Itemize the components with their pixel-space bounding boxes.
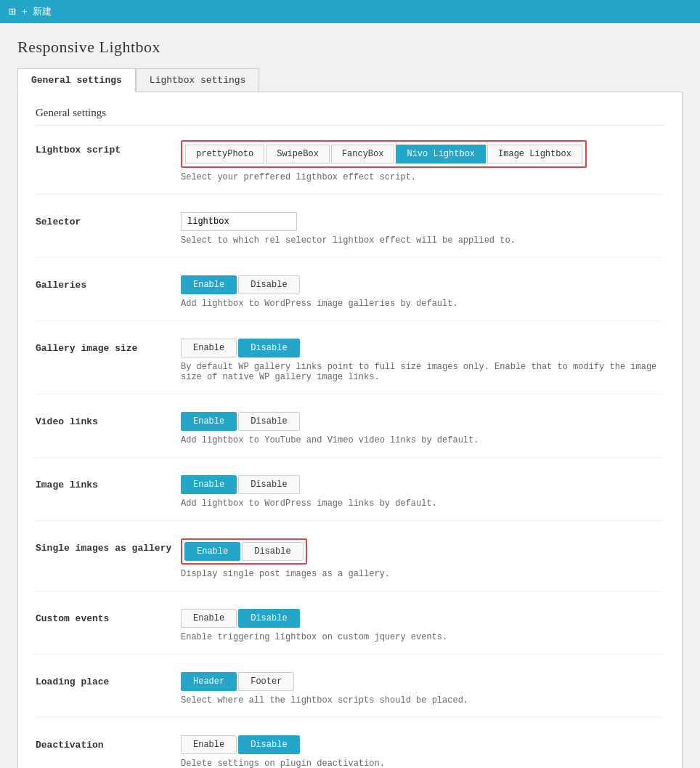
script-btn-prettyphoto[interactable]: prettyPhoto (185, 145, 264, 163)
loading-place-label: Loading place (36, 672, 181, 687)
image-links-description: Add lightbox to WordPress image links by… (181, 498, 664, 509)
video-links-row: Video links Enable Disable Add lightbox … (36, 412, 664, 458)
loading-place-toggle: Header Footer (181, 672, 294, 691)
script-btn-nivo[interactable]: Nivo Lightbox (396, 145, 486, 163)
tab-lightbox[interactable]: Lightbox settings (136, 68, 260, 92)
tabs: General settings Lightbox settings (17, 68, 683, 92)
video-links-control: Enable Disable Add lightbox to YouTube a… (181, 412, 664, 445)
section-title: General settings (36, 107, 664, 126)
loading-place-control: Header Footer Select where all the light… (181, 672, 664, 706)
video-links-disable-btn[interactable]: Disable (238, 412, 299, 431)
video-links-label: Video links (36, 412, 181, 427)
image-links-control: Enable Disable Add lightbox to WordPress… (181, 475, 664, 509)
gallery-image-size-toggle: Enable Disable (181, 339, 300, 357)
gallery-image-size-enable-btn[interactable]: Enable (181, 339, 237, 357)
custom-events-control: Enable Disable Enable triggering lightbo… (181, 609, 664, 642)
image-links-enable-btn[interactable]: Enable (181, 475, 237, 494)
script-btn-image[interactable]: Image Lightbox (487, 145, 582, 163)
video-links-toggle: Enable Disable (181, 412, 300, 431)
deactivation-toggle: Enable Disable (181, 735, 300, 754)
deactivation-label: Deactivation (36, 735, 181, 751)
admin-bar: ⊞ + 新建 (0, 0, 700, 23)
deactivation-row: Deactivation Enable Disable Delete setti… (36, 735, 664, 768)
gallery-image-size-label: Gallery image size (36, 339, 181, 354)
gallery-image-size-row: Gallery image size Enable Disable By def… (36, 339, 664, 395)
selector-label: Selector (36, 212, 181, 227)
single-images-description: Display single post images as a gallery. (181, 569, 664, 579)
galleries-toggle: Enable Disable (181, 275, 300, 294)
deactivation-disable-btn[interactable]: Disable (238, 735, 299, 754)
selector-control: Select to which rel selector lightbox ef… (181, 212, 664, 246)
image-links-row: Image links Enable Disable Add lightbox … (36, 475, 664, 521)
video-links-description: Add lightbox to YouTube and Vimeo video … (181, 435, 664, 445)
custom-events-description: Enable triggering lightbox on custom jqu… (181, 632, 664, 642)
deactivation-description: Delete settings on plugin deactivation. (181, 759, 664, 768)
lightbox-script-description: Select your preffered ligthbox effect sc… (181, 172, 664, 182)
single-images-enable-btn[interactable]: Enable (184, 542, 240, 561)
wordpress-icon: ⊞ (9, 4, 16, 19)
galleries-disable-btn[interactable]: Disable (238, 275, 299, 294)
script-btn-swipebox[interactable]: SwipeBox (266, 145, 330, 163)
single-images-disable-btn[interactable]: Disable (242, 542, 303, 561)
script-btn-fancybox[interactable]: FancyBox (331, 145, 395, 163)
galleries-control: Enable Disable Add lightbox to WordPress… (181, 275, 664, 309)
custom-events-toggle: Enable Disable (181, 609, 300, 628)
loading-place-row: Loading place Header Footer Select where… (36, 672, 664, 718)
deactivation-enable-btn[interactable]: Enable (181, 735, 237, 754)
single-images-row: Single images as gallery Enable Disable … (36, 538, 664, 591)
selector-description: Select to which rel selector lightbox ef… (181, 235, 664, 246)
image-links-toggle: Enable Disable (181, 475, 300, 494)
single-images-control: Enable Disable Display single post image… (181, 538, 664, 579)
gallery-image-size-control: Enable Disable By default WP gallery lin… (181, 339, 664, 382)
single-images-label: Single images as gallery (36, 538, 181, 554)
selector-input[interactable] (181, 212, 297, 231)
lightbox-script-row: Lightbox script prettyPhoto SwipeBox Fan… (36, 140, 664, 195)
image-links-label: Image links (36, 475, 181, 490)
new-button[interactable]: + 新建 (22, 5, 52, 18)
custom-events-label: Custom events (36, 609, 181, 624)
image-links-disable-btn[interactable]: Disable (238, 475, 299, 494)
deactivation-control: Enable Disable Delete settings on plugin… (181, 735, 664, 768)
video-links-enable-btn[interactable]: Enable (181, 412, 237, 431)
galleries-description: Add lightbox to WordPress image gallerie… (181, 299, 664, 309)
settings-panel: General settings Lightbox script prettyP… (17, 92, 683, 768)
loading-place-header-btn[interactable]: Header (181, 672, 237, 691)
loading-place-description: Select where all the lightbox scripts sh… (181, 695, 664, 706)
custom-events-enable-btn[interactable]: Enable (181, 609, 237, 628)
loading-place-footer-btn[interactable]: Footer (238, 672, 294, 691)
custom-events-row: Custom events Enable Disable Enable trig… (36, 609, 664, 655)
gallery-image-size-disable-btn[interactable]: Disable (238, 339, 299, 357)
galleries-enable-btn[interactable]: Enable (181, 275, 237, 294)
single-images-toggle: Enable Disable (181, 538, 307, 565)
selector-row: Selector Select to which rel selector li… (36, 212, 664, 258)
lightbox-script-buttons: prettyPhoto SwipeBox FancyBox Nivo Light… (181, 140, 587, 168)
tab-general[interactable]: General settings (17, 68, 136, 92)
custom-events-disable-btn[interactable]: Disable (238, 609, 299, 628)
gallery-image-size-description: By default WP gallery links point to ful… (181, 362, 664, 382)
galleries-row: Galleries Enable Disable Add lightbox to… (36, 275, 664, 321)
main-content: Responsive Lightbox General settings Lig… (0, 23, 700, 768)
lightbox-script-control: prettyPhoto SwipeBox FancyBox Nivo Light… (181, 140, 664, 182)
page-title: Responsive Lightbox (17, 38, 683, 57)
galleries-label: Galleries (36, 275, 181, 291)
lightbox-script-label: Lightbox script (36, 140, 181, 155)
